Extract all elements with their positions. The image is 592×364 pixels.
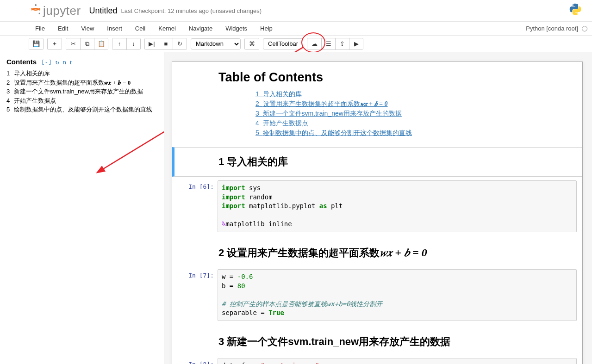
toc-sidebar: Contents [-] ↻ n t 1导入相关的库 2设置用来产生数据集的超平… xyxy=(0,52,164,364)
code-cell-3[interactable]: In [8]: data_fn = "svm.train_new" xyxy=(172,356,582,364)
code-input-3[interactable]: data_fn = "svm.train_new" xyxy=(218,358,577,364)
code-cell-1[interactable]: In [6]: import sys import random import … xyxy=(172,179,582,234)
toc-link-item: 3 新建一个文件svm.train_new用来存放产生的数据 xyxy=(255,110,564,118)
menu-view[interactable]: View xyxy=(75,22,100,35)
code-cell-2[interactable]: In [7]: w = -0.6 b = 80 # 控制产生的样本点是否能够被直… xyxy=(172,267,582,323)
prompt-2: In [7]: xyxy=(178,269,218,321)
python-logo-icon xyxy=(569,3,582,19)
toc-collapse-button[interactable]: [-] xyxy=(41,59,52,66)
section-2-title: 2 设置用来产生数据集的超平面系数𝑤𝑥 + 𝑏 = 0 xyxy=(218,246,564,260)
celltype-select[interactable]: Markdown xyxy=(191,38,241,49)
logo-text: jupyter xyxy=(43,4,81,18)
code-input-2[interactable]: w = -0.6 b = 80 # 控制产生的样本点是否能够被直线wx+b=0线… xyxy=(218,269,577,321)
menu-cell[interactable]: Cell xyxy=(129,22,152,35)
sidebar-title: Contents xyxy=(6,58,37,66)
svg-point-1 xyxy=(39,13,40,14)
save-button[interactable]: 💾 xyxy=(29,38,43,49)
toc-sidebar-item[interactable]: 2设置用来产生数据集的超平面系数𝒘𝒙 + 𝒃 = 0 xyxy=(6,78,157,87)
toc-toggle-button[interactable]: ☰ xyxy=(321,38,335,49)
section-1-title: 1 导入相关的库 xyxy=(218,155,563,169)
header-bar: jupyter Untitled Last Checkpoint: 12 min… xyxy=(0,0,592,22)
share-button[interactable]: ⇪ xyxy=(335,38,349,49)
toc-link-item: 1 导入相关的库 xyxy=(255,90,564,99)
toc-sidebar-list: 1导入相关的库 2设置用来产生数据集的超平面系数𝒘𝒙 + 𝒃 = 0 3新建一个… xyxy=(6,69,157,114)
svg-point-0 xyxy=(35,4,37,6)
video-button[interactable]: ▶ xyxy=(349,38,363,49)
code-input-1[interactable]: import sys import random import matplotl… xyxy=(218,180,577,232)
toc-link[interactable]: 1 导入相关的库 xyxy=(255,90,302,98)
notebook-title[interactable]: Untitled xyxy=(89,6,118,16)
toc-link-item: 5 绘制数据集中的点、及能够分割开这个数据集的直线 xyxy=(255,129,564,137)
kernel-status-icon xyxy=(582,26,587,31)
menu-edit[interactable]: Edit xyxy=(51,22,75,35)
celltoolbar-button[interactable]: CellToolbar xyxy=(263,38,303,49)
kernel-indicator[interactable]: Python [conda root] xyxy=(521,25,587,32)
menu-insert[interactable]: Insert xyxy=(100,22,129,35)
paste-button[interactable]: 📋 xyxy=(94,38,108,49)
toc-sidebar-item[interactable]: 1导入相关的库 xyxy=(6,69,157,78)
menu-widgets[interactable]: Widgets xyxy=(219,22,254,35)
section-1-heading[interactable]: 1 导入相关的库 xyxy=(172,147,582,177)
move-up-button[interactable]: ↑ xyxy=(112,38,126,49)
toc-sidebar-item[interactable]: 3新建一个文件svm.train_new用来存放产生的数据 xyxy=(6,87,157,96)
menu-navigate[interactable]: Navigate xyxy=(182,22,219,35)
menu-bar: File Edit View Insert Cell Kernel Naviga… xyxy=(0,22,592,36)
toc-number-button[interactable]: n xyxy=(62,59,66,66)
toc-main-list: 1 导入相关的库 2 设置用来产生数据集的超平面系数𝒘𝒙 + 𝒃 = 0 3 新… xyxy=(218,90,564,137)
toc-sidebar-item[interactable]: 4开始产生数据点 xyxy=(6,96,157,105)
main-area: Contents [-] ↻ n t 1导入相关的库 2设置用来产生数据集的超平… xyxy=(0,52,592,364)
section-3-title: 3 新建一个文件svm.train_new用来存放产生的数据 xyxy=(218,335,564,349)
run-button[interactable]: ▶| xyxy=(145,38,159,49)
toc-link[interactable]: 5 绘制数据集中的点、及能够分割开这个数据集的直线 xyxy=(255,129,412,136)
cut-button[interactable]: ✂ xyxy=(66,38,80,49)
command-palette-button[interactable]: ⌘ xyxy=(245,38,259,49)
prompt-3: In [8]: xyxy=(178,358,218,364)
toc-link[interactable]: 3 新建一个文件svm.train_new用来存放产生的数据 xyxy=(255,110,402,117)
jupyter-logo[interactable]: jupyter xyxy=(30,4,81,18)
sidebar-header: Contents [-] ↻ n t xyxy=(6,58,157,66)
jupyter-icon xyxy=(30,4,41,18)
toc-link[interactable]: 4 开始产生数据点 xyxy=(255,119,308,127)
kernel-name: Python [conda root] xyxy=(526,25,578,32)
copy-button[interactable]: ⧉ xyxy=(80,38,94,49)
interrupt-button[interactable]: ■ xyxy=(159,38,173,49)
prompt-1: In [6]: xyxy=(178,180,218,232)
toc-link-item: 2 设置用来产生数据集的超平面系数𝒘𝒙 + 𝒃 = 0 xyxy=(255,100,564,108)
toc-link[interactable]: 2 设置用来产生数据集的超平面系数𝒘𝒙 + 𝒃 = 0 xyxy=(255,100,388,107)
toc-cell: Table of Contents 1 导入相关的库 2 设置用来产生数据集的超… xyxy=(172,62,582,147)
toc-main-title: Table of Contents xyxy=(218,70,564,85)
section-2-heading[interactable]: 2 设置用来产生数据集的超平面系数𝑤𝑥 + 𝑏 = 0 xyxy=(172,239,582,267)
toc-reload-button[interactable]: ↻ xyxy=(56,59,59,66)
insert-cell-button[interactable]: + xyxy=(48,38,62,49)
toc-link-item: 4 开始产生数据点 xyxy=(255,119,564,128)
menu-kernel[interactable]: Kernel xyxy=(152,22,182,35)
toc-sidebar-item[interactable]: 5绘制数据集中的点、及能够分割开这个数据集的直线 xyxy=(6,105,157,114)
toolbar: 💾 + ✂ ⧉ 📋 ↑ ↓ ▶| ■ ↻ Markdown ⌘ CellTool… xyxy=(0,36,592,52)
notebook-area[interactable]: Table of Contents 1 导入相关的库 2 设置用来产生数据集的超… xyxy=(164,52,592,364)
restart-button[interactable]: ↻ xyxy=(173,38,187,49)
notebook-container: Table of Contents 1 导入相关的库 2 设置用来产生数据集的超… xyxy=(172,62,583,364)
checkpoint-text: Last Checkpoint: 12 minutes ago (unsaved… xyxy=(121,7,262,14)
menu-help[interactable]: Help xyxy=(254,22,279,35)
upload-button[interactable]: ☁ xyxy=(307,38,321,49)
menu-file[interactable]: File xyxy=(29,22,51,35)
move-down-button[interactable]: ↓ xyxy=(126,38,140,49)
section-3-heading[interactable]: 3 新建一个文件svm.train_new用来存放产生的数据 xyxy=(172,327,582,356)
toc-t-button[interactable]: t xyxy=(70,59,72,66)
